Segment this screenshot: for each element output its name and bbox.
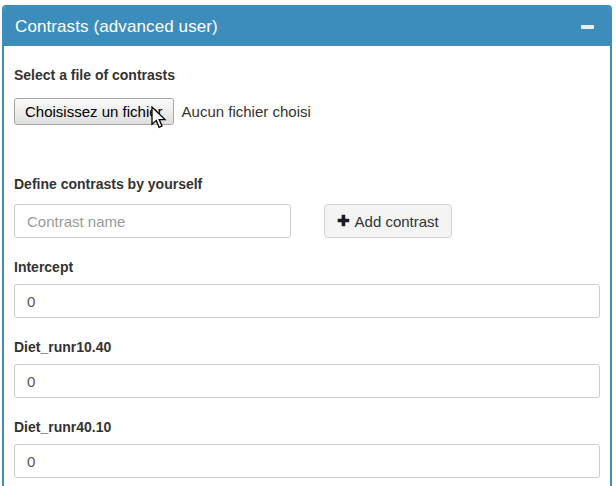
- file-section-label: Select a file of contrasts: [14, 68, 600, 82]
- panel-title: Contrasts (advanced user): [15, 17, 218, 37]
- file-input-row: Choisissez un fichier Aucun fichier choi…: [14, 98, 600, 125]
- define-contrast-row: ✚ Add contrast: [14, 204, 600, 238]
- page: Contrasts (advanced user) Select a file …: [0, 0, 616, 486]
- intercept-label: Intercept: [14, 260, 600, 274]
- contrast-field-group: Diet_runr40.10: [14, 420, 600, 478]
- contrast-field-group: Diet_runr10.40: [14, 340, 600, 398]
- file-status-text: Aucun fichier choisi: [182, 103, 311, 120]
- define-section-label: Define contrasts by yourself: [14, 177, 600, 191]
- diet-runr10-40-input[interactable]: [14, 364, 600, 398]
- panel-header[interactable]: Contrasts (advanced user): [4, 7, 610, 46]
- intercept-input[interactable]: [14, 284, 600, 318]
- minus-icon: [581, 25, 594, 29]
- choose-file-button[interactable]: Choisissez un fichier: [14, 98, 174, 125]
- contrasts-panel: Contrasts (advanced user) Select a file …: [2, 5, 612, 486]
- diet-runr40-10-input[interactable]: [14, 444, 600, 478]
- add-contrast-label: Add contrast: [355, 213, 439, 230]
- collapse-button[interactable]: [579, 21, 596, 33]
- diet-runr10-40-label: Diet_runr10.40: [14, 340, 600, 354]
- add-contrast-button[interactable]: ✚ Add contrast: [324, 204, 452, 238]
- contrast-name-input[interactable]: [14, 204, 291, 238]
- panel-body: Select a file of contrasts Choisissez un…: [4, 46, 610, 478]
- diet-runr40-10-label: Diet_runr40.10: [14, 420, 600, 434]
- contrast-field-group: Intercept: [14, 260, 600, 318]
- plus-icon: ✚: [337, 212, 350, 230]
